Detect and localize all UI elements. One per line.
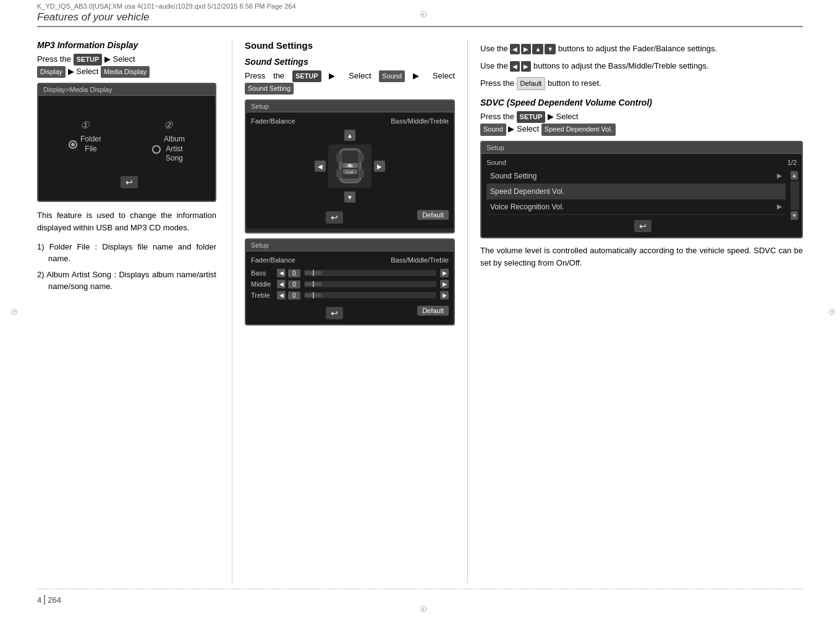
bmt-screen: Setup Fader/Balance Bass/Middle/Treble B… xyxy=(245,238,455,325)
chapter-number: 4 xyxy=(37,595,41,605)
sdvc-arrow: ▶ xyxy=(548,112,554,121)
svg-rect-4 xyxy=(359,153,364,162)
sound-setup-badge: SETUP xyxy=(292,70,321,82)
list-item-2: 2) Album Artist Song : Displays album na… xyxy=(37,269,216,293)
bass-slider[interactable] xyxy=(304,270,436,276)
bottom-dash-line xyxy=(37,589,803,589)
option2-text1: Album xyxy=(164,135,185,145)
svg-text:L=A: L=A xyxy=(346,170,353,174)
treble-slider[interactable] xyxy=(304,292,436,298)
bmt-header: Fader/Balance Bass/Middle/Treble xyxy=(251,256,449,264)
bass-right-btn[interactable]: ▶ xyxy=(440,269,449,277)
treble-value: 0 xyxy=(288,292,300,300)
bmt-back-btn[interactable]: ↩ xyxy=(326,307,343,319)
scroll-down-btn[interactable]: ▼ xyxy=(791,211,798,220)
num1-label: ① xyxy=(80,120,89,130)
left-arrow-btn[interactable]: ◀ xyxy=(315,161,326,172)
sdvc-header-page: 1/2 xyxy=(787,159,797,166)
sdvc-body: Sound 1/2 Sound Setting ▶ Speed Dependen… xyxy=(482,154,802,237)
sdvc-title: SDVC (Speed Dependent Volume Control) xyxy=(480,98,803,107)
page-num-text: 264 xyxy=(48,595,61,605)
media-screen-body: ① Folder File ② xyxy=(38,96,215,201)
press-default-text: Press the Default button to reset. xyxy=(480,77,803,90)
bass-left-btn[interactable]: ◀ xyxy=(277,269,286,277)
fb-body: Fader/Balance Bass/Middle/Treble ▲ ◀ xyxy=(246,112,454,229)
option2-group: ② Album Artist Song xyxy=(152,119,185,164)
middle-label: Middle xyxy=(251,280,274,288)
svg-rect-5 xyxy=(336,169,341,178)
sound-key-arrow: ▶ xyxy=(329,71,341,80)
bass-track xyxy=(304,270,436,276)
sdvc-scrollbar: ▲ ▼ xyxy=(791,171,799,220)
mp3-section-title: MP3 Information Display xyxy=(37,40,216,50)
mp3-setup-badge: SETUP xyxy=(74,54,103,65)
sdvc-select2: ▶ Select xyxy=(508,124,539,133)
sdvc-row2-text: Speed Dependent Vol. xyxy=(490,187,564,196)
option2: Album Artist Song xyxy=(152,135,185,164)
fb-default-btn[interactable]: Default xyxy=(417,210,449,220)
fb-controls: ▲ ◀ xyxy=(315,130,385,203)
bass-row: Bass ◀ 0 ▶ xyxy=(251,269,449,277)
fb-left-label: Fader/Balance xyxy=(251,117,295,125)
btn-left-icon: ◀ xyxy=(510,44,520,55)
option1: Folder File xyxy=(69,135,101,154)
bmt-default-btn[interactable]: Default xyxy=(417,306,449,316)
back-button[interactable]: ↩ xyxy=(121,176,138,188)
sdvc-row1-text: Sound Setting xyxy=(490,172,537,180)
option1-text2: File xyxy=(80,145,101,154)
use-buttons-text: Use the ◀ ▶ ▲ ▼ buttons to adjust the Fa… xyxy=(480,43,803,55)
middle-slider[interactable] xyxy=(304,281,436,287)
fb-topbar: Setup xyxy=(246,101,454,112)
lr-controls: ◀ xyxy=(315,145,385,188)
buttons-desc-2: buttons to adjust the Bass/Middle/Treble… xyxy=(533,61,709,70)
treble-left-btn[interactable]: ◀ xyxy=(277,291,286,300)
use-text-1: Use the xyxy=(480,44,508,53)
bmt-topbar: Setup xyxy=(246,240,454,251)
fb-back-btn[interactable]: ↩ xyxy=(326,211,343,224)
sdvc-back-btn[interactable]: ↩ xyxy=(634,220,651,232)
header-bar: Features of your vehicle xyxy=(37,11,803,27)
car-svg: F=B L=A xyxy=(333,146,367,186)
mid-column: Sound Settings Sound Settings Press the … xyxy=(235,40,464,583)
option2-label: Album Artist Song xyxy=(164,135,185,164)
svg-rect-1 xyxy=(342,151,358,163)
sdvc-rows: Sound Setting ▶ Speed Dependent Vol. Voi… xyxy=(486,169,797,215)
scroll-up-btn[interactable]: ▲ xyxy=(791,171,798,180)
media-options: ① Folder File ② xyxy=(43,113,210,164)
btn-right2: ▶ xyxy=(521,61,531,72)
svg-point-11 xyxy=(348,164,352,167)
sound-settings-title: Sound Settings xyxy=(245,40,455,51)
radio2 xyxy=(152,145,161,154)
bass-value: 0 xyxy=(288,269,300,277)
button-reset-text: button to reset. xyxy=(548,78,601,88)
sdvc-row-speed: Speed Dependent Vol. xyxy=(486,184,786,199)
page-number: 4 264 xyxy=(37,595,61,605)
middle-track xyxy=(304,281,436,287)
press-default-prefix: Press the xyxy=(480,78,514,88)
car-inner: F=B L=A xyxy=(333,146,367,187)
buttons-desc-1: buttons to adjust the Fader/Balance sett… xyxy=(558,44,717,53)
fb-header: Fader/Balance Bass/Middle/Treble xyxy=(251,117,449,125)
svg-rect-6 xyxy=(359,169,364,178)
header-line xyxy=(37,26,803,27)
list-item-1: 1) Folder File : Displays file name and … xyxy=(37,241,216,265)
up-arrow-btn[interactable]: ▲ xyxy=(344,130,355,141)
btn-right-icon: ▶ xyxy=(521,44,531,55)
middle-left-btn[interactable]: ◀ xyxy=(277,280,286,288)
btn-left2: ◀ xyxy=(510,61,520,72)
bass-label: Bass xyxy=(251,269,274,277)
option1-text1: Folder xyxy=(80,135,101,145)
sound-press-instruction: Press the SETUP ▶ Select Sound ▶ Select … xyxy=(245,70,455,94)
down-arrow-btn[interactable]: ▼ xyxy=(344,191,355,203)
sdvc-row1-arrow: ▶ xyxy=(777,172,782,180)
sdvc-screen: Setup Sound 1/2 Sound Setting ▶ Speed De… xyxy=(480,141,803,238)
sdvc-row-sound-setting: Sound Setting ▶ xyxy=(486,169,786,184)
divider-mid-right xyxy=(467,40,468,583)
treble-right-btn[interactable]: ▶ xyxy=(440,291,449,300)
mp3-media-badge: Media Display xyxy=(101,66,150,78)
right-arrow-btn[interactable]: ▶ xyxy=(374,161,385,172)
mp3-select-text: Select xyxy=(112,54,135,64)
option1-group: ① Folder File xyxy=(69,119,101,164)
sdvc-row-voice: Voice Recognition Vol. ▶ xyxy=(486,199,786,215)
middle-right-btn[interactable]: ▶ xyxy=(440,280,449,288)
